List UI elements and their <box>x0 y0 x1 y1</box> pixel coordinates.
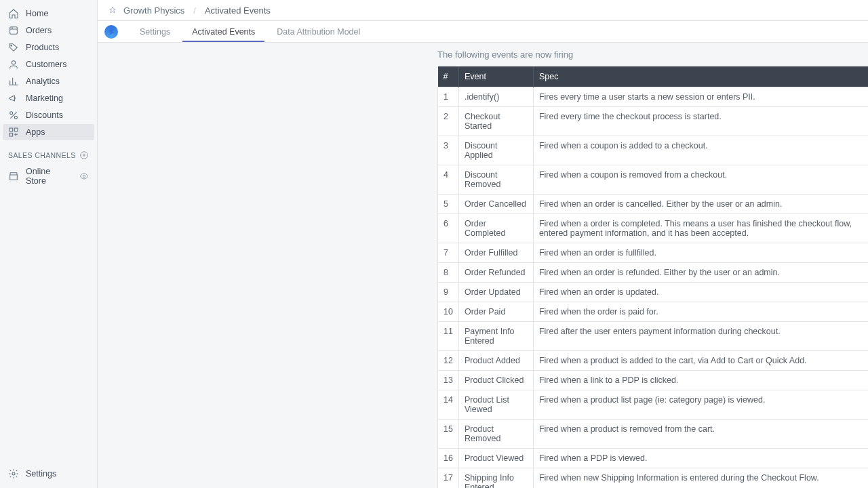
cell-spec: Fired when the order is paid for. <box>533 302 868 322</box>
cell-event: Checkout Started <box>458 107 533 136</box>
sidebar-item-label: Orders <box>26 26 52 35</box>
sidebar-item-label: Discounts <box>26 110 63 120</box>
cell-spec: Fires every time a user starts a new ses… <box>533 87 868 107</box>
home-icon <box>8 8 19 19</box>
cell-spec: Fired when a product is removed from the… <box>533 420 868 449</box>
cell-number: 11 <box>438 322 459 351</box>
cell-event: Order Paid <box>458 302 533 322</box>
sidebar-item-analytics[interactable]: Analytics <box>3 73 94 89</box>
cell-event: Shipping Info Entered <box>458 468 533 489</box>
gear-icon <box>8 468 19 479</box>
cell-event: Product List Viewed <box>458 390 533 420</box>
sidebar-item-label: Products <box>26 43 59 52</box>
table-row: 14Product List ViewedFired when a produc… <box>438 390 869 420</box>
col-header-number: # <box>438 66 459 87</box>
sidebar-item-label: Analytics <box>26 77 60 86</box>
svg-point-4 <box>14 116 17 119</box>
tag-icon <box>8 42 19 53</box>
cell-spec: Fired when a coupon is removed from a ch… <box>533 165 868 195</box>
user-icon <box>8 59 19 70</box>
cell-number: 17 <box>438 468 459 489</box>
table-row: 8Order RefundedFired when an order is re… <box>438 263 869 283</box>
cell-event: Order Completed <box>458 214 533 243</box>
table-row: 16Product ViewedFired when a PDP is view… <box>438 449 869 468</box>
cell-number: 4 <box>438 165 459 195</box>
table-row: 13Product ClickedFired when a link to a … <box>438 371 869 390</box>
sidebar-item-discounts[interactable]: Discounts <box>3 107 94 123</box>
cell-number: 1 <box>438 87 459 107</box>
cell-spec: Fired when a coupon is added to a checko… <box>533 136 868 165</box>
svg-rect-5 <box>9 128 13 131</box>
cell-spec: Fired when an order is fullfilled. <box>533 243 868 263</box>
grid-icon <box>8 127 19 138</box>
cell-event: Order Cancelled <box>458 195 533 214</box>
table-row: 15Product RemovedFired when a product is… <box>438 420 869 449</box>
cell-number: 14 <box>438 390 459 420</box>
cell-spec: Fired when an order is refunded. Either … <box>533 263 868 283</box>
sidebar-item-label: Settings <box>26 469 56 479</box>
cell-event: Payment Info Entered <box>458 322 533 351</box>
cell-event: Order Updated <box>458 283 533 302</box>
plus-circle-icon[interactable] <box>79 150 89 160</box>
chart-icon <box>8 76 19 87</box>
main: Growth Physics / Activated Events Settin… <box>98 0 868 488</box>
cell-number: 12 <box>438 351 459 371</box>
topbar: Growth Physics / Activated Events <box>98 0 868 21</box>
sidebar-item-label: Marketing <box>26 94 63 103</box>
sidebar-item-customers[interactable]: Customers <box>3 56 94 73</box>
intro-text: The following events are now firing <box>98 43 868 66</box>
svg-point-9 <box>83 175 85 177</box>
sidebar-item-apps[interactable]: Apps <box>3 124 94 140</box>
sidebar-item-products[interactable]: Products <box>3 39 94 56</box>
cell-event: Product Removed <box>458 420 533 449</box>
cell-number: 10 <box>438 302 459 322</box>
sidebar-item-home[interactable]: Home <box>3 5 94 22</box>
sidebar-item-label: Apps <box>26 127 45 137</box>
svg-point-1 <box>11 45 12 47</box>
sidebar-item-marketing[interactable]: Marketing <box>3 90 94 106</box>
table-row: 12Product AddedFired when a product is a… <box>438 351 869 371</box>
cell-spec: Fired when an order is cancelled. Either… <box>533 195 868 214</box>
events-table: # Event Spec 1.identify()Fires every tim… <box>437 66 868 488</box>
sidebar-item-label: Home <box>26 9 48 18</box>
app-logo-icon <box>104 25 118 39</box>
sidebar-item-settings[interactable]: Settings <box>3 466 94 482</box>
table-row: 4Discount RemovedFired when a coupon is … <box>438 165 869 195</box>
percent-icon <box>8 110 19 121</box>
sidebar: Home Orders Products Customers Analytics… <box>0 0 98 488</box>
cell-spec: Fired every time the checkout process is… <box>533 107 868 136</box>
tab-settings[interactable]: Settings <box>130 22 180 42</box>
table-row: 10Order PaidFired when the order is paid… <box>438 302 869 322</box>
sidebar-item-orders[interactable]: Orders <box>3 22 94 39</box>
tab-activated-events[interactable]: Activated Events <box>182 22 264 42</box>
cell-event: Discount Removed <box>458 165 533 195</box>
svg-point-10 <box>12 472 15 475</box>
sidebar-item-online-store[interactable]: Online Store <box>3 164 94 188</box>
col-header-spec: Spec <box>533 66 868 87</box>
cell-event: Order Fulfilled <box>458 243 533 263</box>
cell-number: 15 <box>438 420 459 449</box>
eye-icon[interactable] <box>79 171 89 181</box>
cell-event: Order Refunded <box>458 263 533 283</box>
table-row: 7Order FulfilledFired when an order is f… <box>438 243 869 263</box>
cell-event: Product Viewed <box>458 449 533 468</box>
tab-data-attribution[interactable]: Data Attribution Model <box>267 22 370 42</box>
cell-number: 8 <box>438 263 459 283</box>
breadcrumb-root[interactable]: Growth Physics <box>123 5 184 16</box>
breadcrumb-leaf: Activated Events <box>205 5 271 16</box>
cell-event: Product Added <box>458 351 533 371</box>
cell-number: 7 <box>438 243 459 263</box>
pin-icon <box>108 6 117 14</box>
col-header-event: Event <box>458 66 533 87</box>
table-row: 11Payment Info EnteredFired after the us… <box>438 322 869 351</box>
cell-number: 9 <box>438 283 459 302</box>
section-label-text: SALES CHANNELS <box>8 151 76 159</box>
table-row: 3Discount AppliedFired when a coupon is … <box>438 136 869 165</box>
cell-spec: Fired after the user enters payment info… <box>533 322 868 351</box>
cell-number: 5 <box>438 195 459 214</box>
cell-spec: Fired when a product is added to the car… <box>533 351 868 371</box>
cell-event: Product Clicked <box>458 371 533 390</box>
cell-number: 3 <box>438 136 459 165</box>
orders-icon <box>8 25 19 36</box>
cell-number: 2 <box>438 107 459 136</box>
